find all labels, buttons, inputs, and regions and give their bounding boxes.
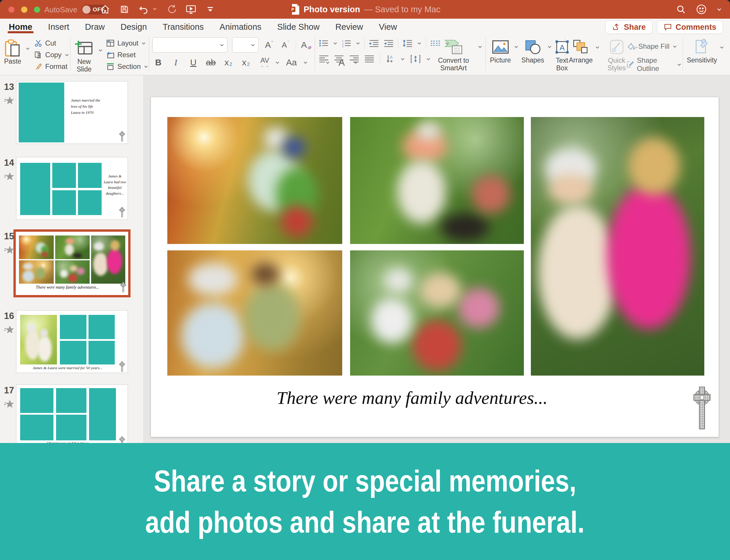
celtic-cross-image[interactable] <box>693 386 711 430</box>
decrease-indent-icon[interactable] <box>369 39 379 47</box>
photo-family-group-selfie-in-garden[interactable] <box>350 250 524 376</box>
convert-to-smartart-button[interactable]: Convert to SmartArt <box>432 37 475 72</box>
tab-draw[interactable]: Draw <box>85 19 105 35</box>
italic-button[interactable]: I <box>170 57 182 67</box>
tab-insert[interactable]: Insert <box>48 19 69 35</box>
redo-icon[interactable] <box>166 4 177 15</box>
layout-menu-chevron-icon[interactable] <box>141 41 146 46</box>
character-spacing-button[interactable]: AV←→ <box>257 57 269 67</box>
section-button[interactable]: Section <box>106 61 148 72</box>
new-slide-menu-chevron-icon[interactable] <box>98 48 103 53</box>
cut-button[interactable]: Cut <box>34 37 69 49</box>
close-window-button[interactable] <box>8 6 15 13</box>
undo-menu-chevron-icon[interactable] <box>152 6 158 12</box>
grow-font-button[interactable]: Aˆ <box>263 40 275 50</box>
align-left-icon[interactable] <box>319 55 329 63</box>
bullets-icon[interactable] <box>319 39 329 47</box>
customize-toolbar-icon[interactable] <box>204 4 216 15</box>
copy-icon <box>34 51 42 59</box>
paste-menu-chevron-icon[interactable] <box>25 46 30 51</box>
zoom-window-button[interactable] <box>34 6 40 13</box>
picture-chevron-icon[interactable] <box>514 44 519 49</box>
copy-menu-chevron-icon[interactable] <box>65 53 69 57</box>
shape-fill-button[interactable]: Shape Fill <box>627 41 682 52</box>
cut-scissors-icon <box>34 39 42 47</box>
save-icon[interactable] <box>118 4 130 15</box>
justify-icon[interactable] <box>364 55 375 63</box>
search-icon[interactable] <box>675 4 687 15</box>
start-slideshow-icon[interactable] <box>185 4 197 15</box>
new-slide-button[interactable]: New Slide <box>74 39 95 74</box>
layout-button[interactable]: Layout <box>106 37 148 49</box>
superscript-button[interactable]: x2 <box>222 57 234 67</box>
tab-animations[interactable]: Animations <box>219 19 261 35</box>
home-icon[interactable] <box>99 4 111 15</box>
shapes-button[interactable]: Shapes <box>522 37 544 74</box>
font-name-combo[interactable] <box>152 37 227 53</box>
slide-14-thumbnail[interactable]: James & Laura had two beautiful daughter… <box>16 157 128 220</box>
tab-design[interactable]: Design <box>121 19 147 35</box>
line-spacing-icon[interactable] <box>403 39 413 47</box>
sensitivity-chevron-icon[interactable] <box>719 45 724 50</box>
subscript-button[interactable]: x2 <box>240 57 252 67</box>
numbering-chevron-icon[interactable] <box>355 41 360 46</box>
text-box-button[interactable]: A Text Box <box>555 37 569 74</box>
bold-button[interactable]: B <box>152 57 164 67</box>
sensitivity-button[interactable]: Sensitivity <box>687 37 717 74</box>
autosave-control: AutoSave OFF <box>44 5 108 15</box>
photo-grandfather-teaching-boy-to-ride-bike[interactable] <box>167 117 342 244</box>
character-spacing-chevron-icon[interactable] <box>275 60 280 65</box>
change-case-chevron-icon[interactable] <box>303 60 308 65</box>
align-right-icon[interactable] <box>349 55 359 63</box>
format-painter-button[interactable]: Format <box>34 61 69 72</box>
tab-review[interactable]: Review <box>335 19 363 35</box>
increase-indent-icon[interactable] <box>384 39 394 47</box>
change-case-button[interactable]: Aa <box>285 57 297 67</box>
align-center-icon[interactable] <box>334 55 344 63</box>
tab-slide-show[interactable]: Slide Show <box>277 19 319 35</box>
teal-message-banner: Share a story or special memories, add p… <box>0 443 730 560</box>
align-text-vertical-chevron-icon[interactable] <box>426 57 431 61</box>
photo-grandfather-holding-granddaughter-in-pink-dress[interactable] <box>531 117 705 376</box>
shrink-font-button[interactable]: Aˇ <box>279 40 291 50</box>
photo-grandfather-and-grandson-pointing[interactable] <box>167 250 342 376</box>
text-direction-chevron-icon[interactable] <box>400 57 405 61</box>
shape-fill-chevron-icon[interactable] <box>673 44 677 49</box>
tab-transitions[interactable]: Transitions <box>163 19 204 35</box>
shapes-chevron-icon[interactable] <box>547 44 552 49</box>
comments-button[interactable]: Comments <box>657 20 723 34</box>
underline-button[interactable]: U <box>187 57 199 67</box>
arrange-button[interactable]: Arrange <box>569 37 593 74</box>
reset-button[interactable]: Reset <box>106 49 148 61</box>
picture-button[interactable]: Picture <box>490 37 511 74</box>
align-text-vertical-icon[interactable] <box>410 55 421 63</box>
section-menu-chevron-icon[interactable] <box>144 64 148 69</box>
tab-view[interactable]: View <box>379 19 397 35</box>
account-avatar-icon[interactable] <box>696 4 707 15</box>
bullets-chevron-icon[interactable] <box>333 41 337 46</box>
slide-16-thumbnail[interactable]: James & Laura were married for 50 years.… <box>16 310 128 373</box>
slide-editor-canvas[interactable]: There were many family adventures... <box>151 97 719 437</box>
numbering-icon[interactable]: 123 <box>341 39 351 47</box>
shape-outline-chevron-icon[interactable] <box>677 62 682 67</box>
minimize-window-button[interactable] <box>21 6 27 13</box>
line-spacing-chevron-icon[interactable] <box>417 41 422 46</box>
shape-outline-button[interactable]: Shape Outline <box>627 59 682 70</box>
paste-button[interactable]: Paste <box>4 39 21 74</box>
slide-caption-text[interactable]: There were many family adventures... <box>151 388 673 408</box>
tab-home[interactable]: Home <box>9 19 32 35</box>
clear-formatting-button[interactable]: A <box>301 40 312 50</box>
arrange-chevron-icon[interactable] <box>595 45 600 50</box>
smartart-chevron-icon[interactable] <box>478 44 482 49</box>
photo-grandfather-grilling-at-family-garden-party[interactable] <box>350 117 524 244</box>
account-menu-chevron-icon[interactable] <box>716 4 722 15</box>
slide-13-thumbnail[interactable]: James married the love of his life Laura… <box>16 81 128 144</box>
share-button[interactable]: Share <box>605 20 652 34</box>
copy-button[interactable]: Copy <box>34 49 69 61</box>
strikethrough-button[interactable]: ab <box>205 57 217 67</box>
text-direction-icon[interactable]: A <box>385 55 395 63</box>
slide-15-thumbnail-selected[interactable]: There were many family adventures... <box>13 229 130 297</box>
font-size-combo[interactable] <box>232 37 259 53</box>
undo-icon[interactable] <box>138 4 149 15</box>
slide-17-thumbnail[interactable]: Christmases and fun times <box>16 385 128 447</box>
